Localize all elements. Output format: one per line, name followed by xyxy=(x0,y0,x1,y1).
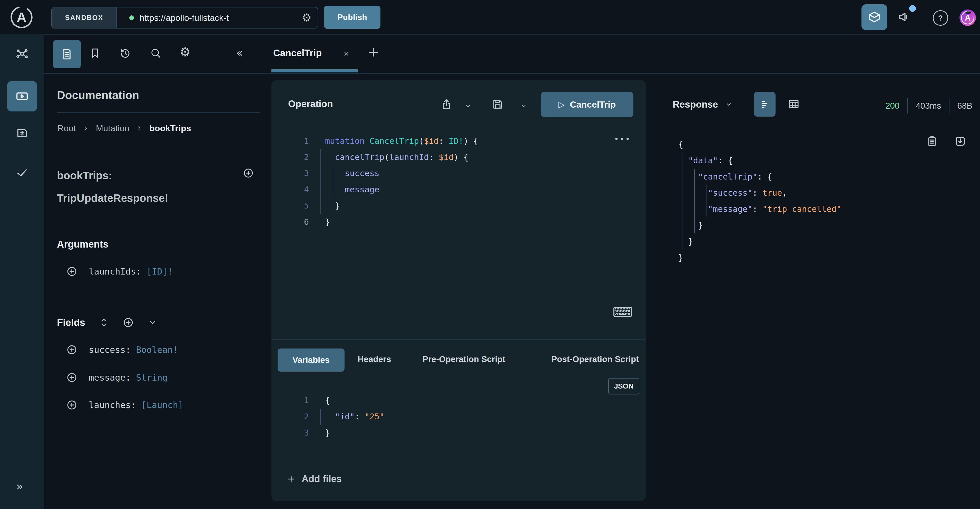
download-icon xyxy=(954,135,967,148)
code-line: 4 message xyxy=(271,182,636,198)
chevron-down-icon[interactable] xyxy=(725,101,733,109)
chevron-down-icon xyxy=(520,102,527,110)
publish-button[interactable]: Publish xyxy=(324,6,380,29)
saved-operations-button[interactable] xyxy=(89,47,101,60)
sandbox-mode-button[interactable] xyxy=(861,4,887,30)
run-operation-button[interactable]: ▷ CancelTrip xyxy=(541,92,633,117)
plus-circle-icon[interactable] xyxy=(66,372,78,383)
json-mode-badge[interactable]: JSON xyxy=(608,378,639,394)
indent-guide xyxy=(706,185,707,217)
response-size: 68B xyxy=(957,101,972,111)
code-line: "success": true, xyxy=(678,185,842,201)
tab-variables[interactable]: Variables xyxy=(278,348,345,372)
plus-icon: + xyxy=(288,472,294,485)
clipboard-icon xyxy=(926,135,939,148)
code-line: 2 "id": "25" xyxy=(271,408,636,425)
avatar-ring xyxy=(958,8,977,27)
share-operation-button[interactable] xyxy=(440,98,453,112)
tab-canceltrip[interactable]: CancelTrip xyxy=(273,48,322,59)
code-line: 1mutation CancelTrip($id: ID!) { xyxy=(271,133,636,149)
status-code: 200 xyxy=(885,101,899,111)
indent-guide xyxy=(682,153,682,250)
expand-rail-button[interactable]: » xyxy=(16,480,23,493)
checkmark-icon xyxy=(15,166,29,179)
code-line: "cancelTrip": { xyxy=(678,169,842,185)
plus-circle-icon[interactable] xyxy=(66,344,78,356)
run-play-icon: ▷ xyxy=(558,100,565,109)
plus-circle-icon[interactable] xyxy=(66,399,78,411)
copy-response-button[interactable] xyxy=(926,135,939,149)
indent-guide xyxy=(320,149,321,214)
endpoint-url-input[interactable]: https://apollo-fullstack-t xyxy=(140,13,299,23)
user-avatar[interactable]: A xyxy=(959,10,976,26)
indent-guide xyxy=(320,408,321,425)
endpoint-url-box: SANDBOX https://apollo-fullstack-t ⚙ xyxy=(51,7,318,29)
search-button[interactable] xyxy=(150,47,162,60)
field-signature-type: TripUpdateResponse! xyxy=(57,187,168,209)
argument-row: launchIds: [ID]! xyxy=(66,266,173,277)
explorer-play-icon xyxy=(15,89,29,104)
chevron-down-icon[interactable] xyxy=(148,318,158,327)
add-all-fields-icon[interactable] xyxy=(123,317,134,328)
nav-explorer-item[interactable] xyxy=(7,81,37,112)
tab-post-operation-script[interactable]: Post-Operation Script xyxy=(551,354,639,364)
fields-header: Fields xyxy=(57,317,158,328)
breadcrumb: Root Mutation bookTrips xyxy=(57,123,191,133)
save-menu-caret[interactable] xyxy=(520,102,527,111)
table-view-button[interactable] xyxy=(788,97,800,112)
graduation-cap-icon xyxy=(966,11,971,14)
operation-editor[interactable]: 1mutation CancelTrip($id: ID!) {2 cancel… xyxy=(271,133,636,230)
collapse-panel-button[interactable]: « xyxy=(236,46,243,59)
arguments-title: Arguments xyxy=(57,239,108,250)
argument-type[interactable]: [ID]! xyxy=(146,266,173,277)
code-line: } xyxy=(678,217,842,233)
response-title: Response xyxy=(673,99,718,110)
field-type[interactable]: Boolean! xyxy=(136,345,178,355)
new-tab-button[interactable]: + xyxy=(368,44,379,60)
status-separator xyxy=(907,98,908,113)
operation-card: Operation ▷ CancelTrip ••• 1mutation Can… xyxy=(271,80,646,501)
line-number: 1 xyxy=(271,133,309,149)
sort-icon[interactable] xyxy=(99,318,109,327)
settings-gear-icon[interactable]: ⚙ xyxy=(180,46,191,58)
field-type[interactable]: String xyxy=(136,372,167,383)
connection-settings-gear-icon[interactable]: ⚙ xyxy=(302,12,312,23)
announcements-button[interactable] xyxy=(897,10,911,25)
help-button[interactable]: ? xyxy=(933,10,948,26)
save-operation-button[interactable] xyxy=(492,98,504,112)
code-line: 2 cancelTrip(launchId: $id) { xyxy=(271,149,636,165)
breadcrumb-root[interactable]: Root xyxy=(57,123,76,133)
argument-name: launchIds: xyxy=(89,266,142,277)
tab-pre-operation-script[interactable]: Pre-Operation Script xyxy=(423,354,505,364)
tab-close-icon[interactable]: × xyxy=(344,49,349,59)
download-response-button[interactable] xyxy=(954,135,967,149)
nav-checks-item[interactable] xyxy=(15,166,29,179)
nav-changelog-item[interactable] xyxy=(15,126,29,140)
breadcrumb-mutation[interactable]: Mutation xyxy=(96,123,129,133)
documentation-title: Documentation xyxy=(57,89,139,102)
megaphone-icon xyxy=(897,10,911,24)
keyboard-shortcuts-icon[interactable]: ⌨ xyxy=(612,304,633,320)
nav-graph-item[interactable] xyxy=(15,48,29,61)
field-type[interactable]: [Launch] xyxy=(142,400,183,410)
share-menu-caret[interactable] xyxy=(465,102,472,111)
documentation-panel: Documentation Root Mutation bookTrips bo… xyxy=(44,74,271,509)
breadcrumb-booktrips: bookTrips xyxy=(149,123,191,133)
apollo-logo[interactable]: A xyxy=(9,5,34,30)
plus-circle-icon[interactable] xyxy=(66,266,78,277)
field-signature-name: bookTrips: xyxy=(57,164,168,187)
tab-headers[interactable]: Headers xyxy=(358,354,391,364)
connection-status-dot xyxy=(129,15,134,20)
variables-editor[interactable]: 1{2 "id": "25"3} xyxy=(271,393,636,441)
field-signature: bookTrips: TripUpdateResponse! xyxy=(57,164,168,209)
indent-guide xyxy=(694,169,695,233)
add-field-button[interactable] xyxy=(243,168,254,180)
history-button[interactable] xyxy=(119,47,131,61)
documentation-tool-button[interactable] xyxy=(53,40,81,68)
operation-title: Operation xyxy=(288,99,333,109)
endpoint-url-segment: https://apollo-fullstack-t ⚙ xyxy=(117,8,318,28)
code-line: 6} xyxy=(271,214,636,230)
add-files-button[interactable]: + Add files xyxy=(288,472,342,485)
tree-view-button[interactable] xyxy=(754,92,776,116)
field-row-launches: launches: [Launch] xyxy=(66,399,183,411)
